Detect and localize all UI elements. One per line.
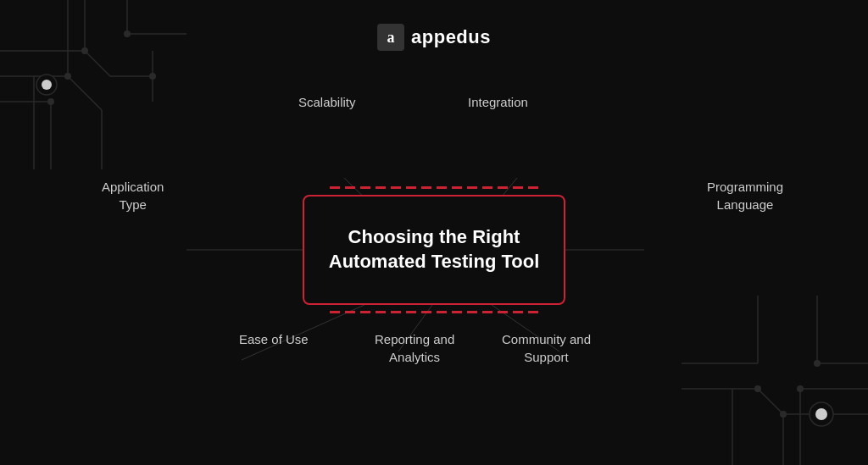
svg-point-34 [780, 411, 787, 418]
svg-point-35 [797, 385, 804, 392]
logo-text: appedus [411, 26, 491, 48]
reporting-analytics-label: Reporting andAnalytics [375, 330, 454, 366]
integration-label: Integration [468, 93, 528, 111]
svg-line-8 [68, 76, 102, 110]
application-type-label: ApplicationType [102, 178, 164, 213]
circuit-topleft-decoration [0, 0, 186, 169]
svg-text:a: a [387, 29, 395, 46]
svg-point-18 [47, 98, 54, 105]
community-support-label: Community andSupport [502, 330, 591, 366]
circuit-bottomright-decoration [682, 296, 868, 465]
appedus-logo-icon: a [377, 24, 404, 51]
scalability-label: Scalability [298, 93, 356, 111]
svg-point-17 [64, 73, 71, 80]
svg-point-16 [81, 47, 88, 54]
logo-area: a appedus [377, 24, 491, 51]
center-title: Choosing the Right Automated Testing Too… [315, 225, 554, 274]
svg-line-27 [758, 389, 783, 414]
svg-point-20 [124, 30, 131, 37]
center-box: Choosing the Right Automated Testing Too… [303, 195, 565, 305]
svg-point-15 [42, 80, 52, 90]
svg-point-19 [149, 73, 156, 80]
svg-point-36 [814, 360, 821, 367]
svg-point-33 [815, 408, 827, 420]
programming-language-label: ProgrammingLanguage [707, 178, 783, 213]
svg-point-37 [754, 385, 761, 392]
ease-of-use-label: Ease of Use [239, 330, 309, 348]
svg-line-7 [85, 51, 110, 76]
